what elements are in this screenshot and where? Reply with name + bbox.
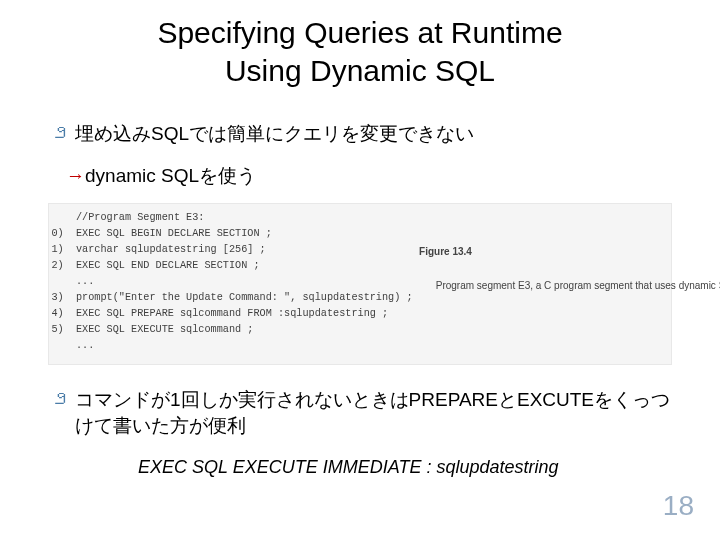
code-figure: //Program Segment E3: 0) EXEC SQL BEGIN … — [48, 203, 672, 365]
exec-line: EXEC SQL EXECUTE IMMEDIATE : sqlupdatest… — [138, 457, 672, 478]
bullet-text: コマンドが1回しか実行されないときはPREPAREとEXCUTEをくっつけて書い… — [75, 387, 672, 438]
bullet-icon: ೨ — [48, 387, 71, 413]
figure-caption: Figure 13.4 Program segment E3, a C prog… — [419, 210, 720, 354]
page-number: 18 — [663, 490, 694, 522]
title-line-1: Specifying Queries at Runtime — [157, 16, 562, 49]
code-block: //Program Segment E3: 0) EXEC SQL BEGIN … — [51, 210, 412, 354]
figure-number: Figure 13.4 — [419, 244, 720, 259]
bullet-icon: ೨ — [48, 121, 71, 147]
bullet-item-2: ೨ コマンドが1回しか実行されないときはPREPAREとEXCUTEをくっつけて… — [48, 387, 672, 438]
subline: →dynamic SQLを使う — [66, 163, 672, 189]
slide-title: Specifying Queries at Runtime Using Dyna… — [0, 0, 720, 99]
bullet-item-1: ೨ 埋め込みSQLでは簡単にクエリを変更できない — [48, 121, 672, 147]
slide-body: ೨ 埋め込みSQLでは簡単にクエリを変更できない →dynamic SQLを使う… — [0, 121, 720, 478]
subline-text: dynamic SQLを使う — [85, 165, 256, 186]
bullet-text: 埋め込みSQLでは簡単にクエリを変更できない — [75, 121, 474, 147]
title-line-2: Using Dynamic SQL — [225, 54, 495, 87]
arrow-icon: → — [66, 165, 85, 186]
figure-description: Program segment E3, a C program segment … — [436, 280, 720, 291]
